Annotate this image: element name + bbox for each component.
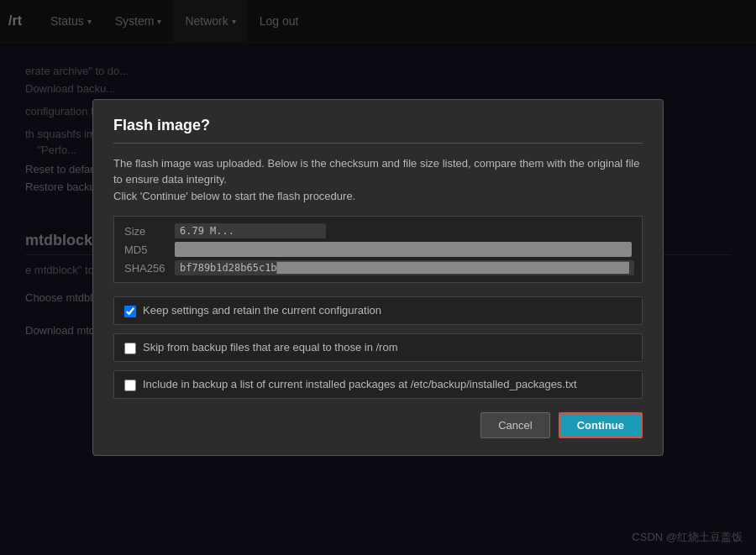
sha256-label: SHA256: [124, 262, 175, 275]
size-row: Size 6.79 M...: [124, 223, 632, 238]
modal-description: The flash image was uploaded. Below is t…: [113, 155, 643, 205]
continue-button[interactable]: Continue: [559, 412, 643, 438]
skip-backup-row: Skip from backup files that are equal to…: [113, 333, 643, 362]
modal-footer: Cancel Continue: [113, 412, 643, 438]
modal-overlay: Flash image? The flash image was uploade…: [0, 0, 756, 555]
skip-backup-checkbox[interactable]: [124, 343, 136, 354]
keep-settings-checkbox[interactable]: [124, 306, 136, 317]
file-info-box: Size 6.79 M... MD5 █████████████████████…: [113, 216, 643, 283]
md5-row: MD5 ████████████████████████████████████…: [124, 242, 632, 257]
skip-backup-label[interactable]: Skip from backup files that are equal to…: [143, 341, 398, 353]
keep-settings-row: Keep settings and retain the current con…: [113, 296, 643, 325]
include-packages-row: Include in backup a list of current inst…: [113, 370, 643, 399]
include-packages-label[interactable]: Include in backup a list of current inst…: [143, 378, 577, 390]
size-label: Size: [124, 225, 175, 238]
modal-title: Flash image?: [113, 117, 643, 144]
include-packages-checkbox[interactable]: [124, 380, 136, 391]
sha256-value: bf789b1d28b65c1b████████████████████████…: [175, 260, 634, 275]
keep-settings-label[interactable]: Keep settings and retain the current con…: [143, 304, 381, 317]
sha256-row: SHA256 bf789b1d28b65c1b█████████████████…: [124, 260, 632, 275]
size-value: 6.79 M...: [175, 223, 326, 238]
cancel-button[interactable]: Cancel: [480, 412, 549, 438]
md5-value: ████████████████████████████████████████…: [175, 242, 632, 257]
flash-modal: Flash image? The flash image was uploade…: [92, 99, 664, 457]
md5-label: MD5: [124, 243, 175, 256]
